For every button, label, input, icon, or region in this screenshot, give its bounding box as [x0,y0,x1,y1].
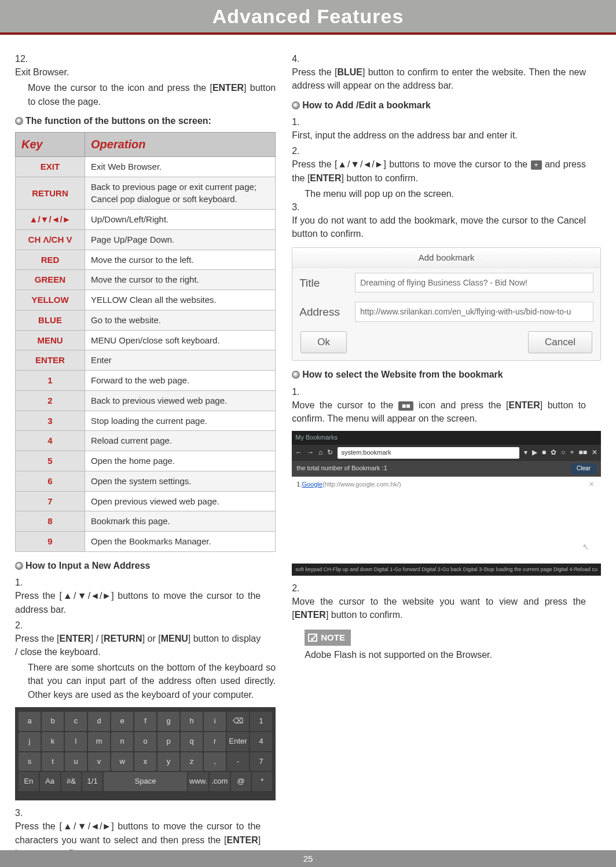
forward-icon[interactable]: → [307,448,314,458]
key-cell: RED [16,250,85,270]
keyboard-key[interactable]: g [157,712,179,731]
table-row: 4Reload current page. [16,431,276,451]
key-cell: ▲/▼/◄/► [16,210,85,230]
keyboard-key[interactable]: y [157,752,179,771]
url-bar[interactable]: system:bookmark [338,447,519,459]
table-row: BLUEGo to the website. [16,310,276,330]
operation-cell: Page Up/Page Down. [85,229,276,250]
dropdown-icon[interactable]: ▾ [524,448,527,458]
check-icon [308,634,317,642]
bookmark-toolbar-icon[interactable]: ■■ [579,448,588,458]
th-operation: Operation [85,132,276,156]
circle-icon[interactable]: ○ [561,448,565,458]
keyboard-key[interactable]: Aa [40,772,60,791]
keyboard-key[interactable]: 1/1 [82,772,102,791]
home-icon[interactable]: ⌂ [318,448,322,458]
bookmarks-toolbar: ← → ⌂ ↻ system:bookmark ▾ ▶ ■ ✿ ○ + ■■ ✕ [292,445,601,461]
key-cell: 4 [16,431,85,451]
keyboard-key[interactable]: , [204,752,226,771]
operation-cell: Open the Bookmarks Manager. [85,532,276,552]
field-address[interactable]: http://www.srilankan.com/en_uk/flying-wi… [355,302,593,321]
note-badge: NOTE [305,630,351,646]
keyboard-key[interactable]: - [227,752,249,771]
bookmarks-header: My Bookmarks [292,431,601,445]
keyboard-key[interactable]: .com [210,772,230,791]
key-cell: 8 [16,511,85,532]
keyboard-key[interactable]: 7 [250,752,272,771]
keyboard-key[interactable]: n [111,732,133,751]
keyboard-key[interactable]: z [181,752,203,771]
keyboard-key[interactable]: r [204,732,226,751]
input-step-4: 4. Press the [BLUE] button to confirm to… [292,52,601,93]
keyboard-key[interactable]: Space [104,772,187,791]
keyboard-key[interactable]: f [134,712,156,731]
plus-toolbar-icon[interactable]: + [570,448,574,458]
soft-keyboard: abcdefghi⌫1 jklmnopqrEnter4 stuvwxyz,-7 … [15,707,276,800]
keyboard-key[interactable]: u [65,752,87,771]
keyboard-key[interactable]: h [181,712,203,731]
table-row: ENTEREnter [16,350,276,371]
table-row: YELLOWYELLOW Clean all the websites. [16,290,276,310]
delete-icon[interactable]: ✕ [589,480,594,489]
keyboard-key[interactable]: 4 [250,732,272,751]
keyboard-key[interactable]: l [65,732,87,751]
back-icon[interactable]: ← [295,448,302,458]
note-body: Adobe Flash is not supported on the Brow… [305,648,601,661]
table-row: MENUMENU Open/close soft keyboard. [16,330,276,350]
input-step-2-note: There are some shortcuts on the bottom o… [28,661,276,701]
cursor-icon: ↖ [582,541,589,553]
stop-icon[interactable]: ■ [542,448,546,458]
close-icon[interactable]: ✕ [592,448,597,458]
keyboard-key[interactable]: a [19,712,41,731]
page-number: 25 [303,854,313,864]
keyboard-key[interactable]: ⌫ [227,712,249,731]
keyboard-key[interactable]: www. [188,772,208,791]
keyboard-key[interactable]: i [204,712,226,731]
operation-cell: Go to the website. [85,310,276,330]
operation-cell: Back to previous page or exit current pa… [85,177,276,210]
operation-cell: Open previous viewed web page. [85,491,276,511]
keyboard-key[interactable]: e [111,712,133,731]
keyboard-key[interactable]: v [88,752,110,771]
keyboard-key[interactable]: m [88,732,110,751]
ok-button[interactable]: Ok [300,331,347,354]
reload-icon[interactable]: ↻ [327,448,333,458]
table-row: GREENMove the cursor to the right. [16,270,276,290]
keyboard-key[interactable]: b [42,712,64,731]
keyboard-key[interactable]: En [19,772,39,791]
section-input-address: How to Input a New Address [15,559,276,572]
keyboard-key[interactable]: @ [231,772,251,791]
field-title[interactable]: Dreaming of flying Business Class? - Bid… [355,273,593,292]
operation-cell: Up/Down/Left/Right. [85,210,276,230]
keyboard-key[interactable]: 1 [250,712,272,731]
keyboard-key[interactable]: j [19,732,41,751]
keyboard-key[interactable]: p [157,732,179,751]
keyboard-key[interactable]: x [134,752,156,771]
gear-icon[interactable]: ✿ [551,448,556,458]
select-step-1: 1. Move the cursor to the ■■ icon and pr… [292,385,601,426]
key-operation-table: Key Operation EXITExit Web Browser.RETUR… [15,132,276,552]
keyboard-key[interactable]: d [88,712,110,731]
clear-button[interactable]: Clear [571,463,596,474]
keyboard-key[interactable]: s [19,752,41,771]
keyboard-key[interactable]: #& [61,772,82,791]
key-cell: YELLOW [16,290,85,310]
table-row: 2Back to previous viewed web page. [16,390,276,411]
bookmarks-manager: My Bookmarks ← → ⌂ ↻ system:bookmark ▾ ▶… [292,431,601,575]
cancel-button[interactable]: Cancel [528,331,592,354]
list-item[interactable]: 1.Google(http://www.google.com.hk/) [296,481,401,488]
content-columns: 12. Exit Browser. Move the cursor to the… [0,35,616,867]
go-icon[interactable]: ▶ [532,448,537,458]
keyboard-key[interactable]: c [65,712,87,731]
select-step-2: 2. Move the cursor to the website you wa… [292,581,601,622]
keyboard-key[interactable]: k [42,732,64,751]
keyboard-key[interactable]: Enter [227,732,249,751]
keyboard-key[interactable]: q [181,732,203,751]
add-step-2: 2. Press the [▲/▼/◄/►] buttons to move t… [292,144,601,185]
bookmarks-icon: ■■ [398,401,414,411]
keyboard-key[interactable]: * [252,772,272,791]
keyboard-key[interactable]: o [134,732,156,751]
bookmark-list: 1.Google(http://www.google.com.hk/) ✕ ↖ [292,477,601,564]
keyboard-key[interactable]: t [42,752,64,771]
keyboard-key[interactable]: w [111,752,133,771]
